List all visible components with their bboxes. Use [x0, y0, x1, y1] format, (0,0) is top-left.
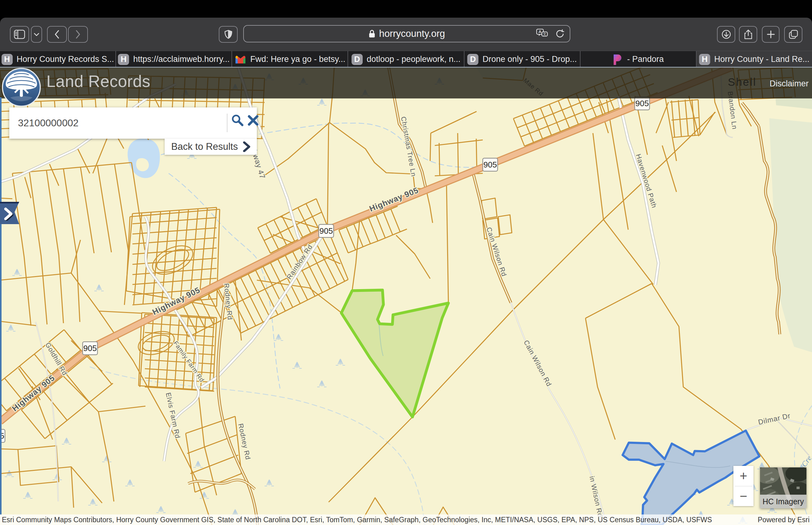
svg-text:905: 905 [319, 226, 333, 236]
svg-text:905: 905 [635, 99, 648, 108]
svg-text:905: 905 [83, 344, 96, 353]
svg-text:905: 905 [484, 160, 497, 169]
svg-text:A: A [538, 29, 541, 34]
svg-text:文: 文 [543, 32, 547, 36]
